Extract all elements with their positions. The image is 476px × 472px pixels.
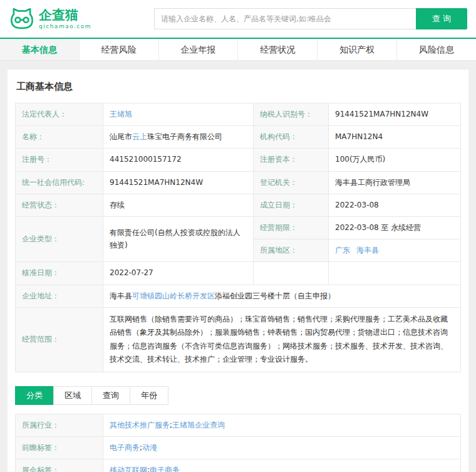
table-row: 企业地址： 海丰县可塘镇园山岭长桥开发区添福创业园三号楼十层（自主申报）	[16, 285, 461, 307]
table-row: 经营状态： 存续 成立日期： 2022-03-08	[16, 194, 461, 216]
table-row: 统一社会信用代码: 91441521MA7HN12N4W 登记机关： 海丰县工商…	[16, 171, 461, 194]
foresight-tags-cell: 电子商务;动漫	[103, 437, 461, 459]
expo-link-2[interactable]: 电子商务	[150, 466, 180, 472]
table-row: 企业类型： 有限责任公司(自然人投资或控股的法人独资) 经营期限： 2022-0…	[16, 216, 461, 239]
reg-capital-label: 注册资本：	[254, 149, 329, 171]
approval-date-value: 2022-07-27	[103, 262, 254, 285]
filter-tab-year[interactable]: 年份	[130, 386, 168, 405]
org-code-value: MA7HN12N4	[329, 126, 461, 149]
filter-tab-region[interactable]: 区域	[53, 386, 92, 405]
legal-rep-link[interactable]: 王绪旭	[110, 110, 132, 118]
company-name-prefix: 汕尾市	[110, 132, 132, 141]
address-link[interactable]: 可塘镇园山岭长桥开发区	[132, 291, 215, 300]
foresight-link-2[interactable]: 动漫	[142, 443, 157, 452]
table-row: 名称： 汕尾市云上珠宝电子商务有限公司 机构代码： MA7HN12N4	[16, 126, 461, 149]
reg-no-label: 注册号：	[16, 149, 103, 171]
empty-cell	[329, 262, 461, 285]
table-row: 注册号： 441521000157172 注册资本： 100(万人民币)	[16, 149, 461, 171]
term-label: 经营期限：	[254, 216, 329, 239]
company-name-suffix: 珠宝电子商务有限公司	[147, 132, 222, 141]
industry-link-1[interactable]: 其他技术推广服务	[110, 421, 170, 429]
logo-title: 企查猫	[39, 8, 91, 23]
tax-id-value: 91441521MA7HN12N4W	[329, 103, 461, 126]
logo-domain: qichamao.com	[39, 23, 91, 29]
industry-link-2[interactable]: 王绪旭企业查询	[172, 421, 225, 429]
status-label: 经营状态：	[16, 194, 103, 216]
address-label: 企业地址：	[16, 285, 103, 307]
scope-label: 经营范围：	[16, 307, 103, 372]
tags-table: 所属行业： 其他技术推广服务;王绪旭企业查询 前瞻标签： 电子商务;动漫 展会标…	[15, 414, 461, 472]
empty-cell	[254, 262, 329, 285]
logo-text: 企查猫 qichamao.com	[39, 8, 91, 29]
filter-tabs: 分类 区域 查询 年份	[15, 386, 461, 405]
status-value: 存续	[103, 194, 254, 216]
nav-tabs: 基本信息 经营风险 企业年报 经营状况 知识产权 风险信息	[0, 38, 476, 61]
page: 企查猫 qichamao.com 查询 基本信息 经营风险 企业年报 经营状况 …	[0, 0, 476, 472]
scope-value: 互联网销售（除销售需要许可的商品）；珠宝首饰销售；销售代理；采购代理服务；工艺美…	[103, 307, 461, 372]
table-row: 展会标签： 移动互联网;电子商务	[16, 459, 461, 472]
region-label: 所属地区：	[254, 239, 329, 262]
reg-capital-value: 100(万人民币)	[329, 149, 461, 171]
company-name-cell: 汕尾市云上珠宝电子商务有限公司	[103, 126, 254, 149]
content: 工商基本信息 法定代表人： 王绪旭 纳税人识别号： 91441521MA7HN1…	[0, 61, 476, 472]
section-title: 工商基本信息	[16, 81, 461, 93]
table-row: 前瞻标签： 电子商务;动漫	[16, 437, 461, 459]
foresight-tags-label: 前瞻标签：	[16, 437, 103, 459]
table-row: 法定代表人： 王绪旭 纳税人识别号： 91441521MA7HN12N4W	[16, 103, 461, 126]
tab-operating-status[interactable]: 经营状况	[238, 39, 318, 60]
tab-basic-info[interactable]: 基本信息	[0, 39, 80, 60]
table-row: 所属行业： 其他技术推广服务;王绪旭企业查询	[16, 414, 461, 437]
org-code-label: 机构代码：	[254, 126, 329, 149]
filter-tab-query[interactable]: 查询	[91, 386, 130, 405]
table-row: 经营范围： 互联网销售（除销售需要许可的商品）；珠宝首饰销售；销售代理；采购代理…	[16, 307, 461, 372]
foresight-link-1[interactable]: 电子商务	[110, 443, 140, 452]
approval-date-label: 核准日期：	[16, 262, 103, 285]
tab-risk-info[interactable]: 风险信息	[397, 39, 476, 60]
reg-authority-label: 登记机关：	[254, 171, 329, 194]
cat-logo-icon	[9, 6, 35, 32]
credit-code-value: 91441521MA7HN12N4W	[103, 171, 254, 194]
establish-date-value: 2022-03-08	[329, 194, 461, 216]
company-name-link[interactable]: 云上	[132, 132, 147, 141]
company-name-label: 名称：	[16, 126, 103, 149]
region-cell: 广东海丰县	[329, 239, 461, 262]
business-info-card: 工商基本信息 法定代表人： 王绪旭 纳税人识别号： 91441521MA7HN1…	[8, 70, 468, 472]
search-bar: 查询	[154, 8, 467, 29]
header: 企查猫 qichamao.com 查询	[0, 0, 476, 38]
reg-no-value: 441521000157172	[103, 149, 254, 171]
tab-annual-report[interactable]: 企业年报	[159, 39, 239, 60]
company-type-label: 企业类型：	[16, 216, 103, 261]
expo-tags-label: 展会标签：	[16, 459, 103, 472]
search-input[interactable]	[154, 8, 416, 29]
term-value: 2022-03-08 至 永续经营	[329, 216, 461, 239]
expo-tags-cell: 移动互联网;电子商务	[103, 459, 461, 472]
legal-rep-label: 法定代表人：	[16, 103, 103, 126]
address-prefix: 海丰县	[110, 291, 132, 300]
business-info-table: 法定代表人： 王绪旭 纳税人识别号： 91441521MA7HN12N4W 名称…	[15, 103, 461, 372]
logo[interactable]: 企查猫 qichamao.com	[9, 6, 154, 32]
search-button[interactable]: 查询	[416, 8, 467, 29]
industry-cell: 其他技术推广服务;王绪旭企业查询	[103, 414, 461, 437]
address-suffix: 添福创业园三号楼十层（自主申报）	[215, 291, 335, 300]
table-row: 核准日期： 2022-07-27	[16, 262, 461, 285]
address-cell: 海丰县可塘镇园山岭长桥开发区添福创业园三号楼十层（自主申报）	[103, 285, 461, 307]
establish-date-label: 成立日期：	[254, 194, 329, 216]
reg-authority-value: 海丰县工商行政管理局	[329, 171, 461, 194]
legal-rep-cell: 王绪旭	[103, 103, 254, 126]
company-type-value: 有限责任公司(自然人投资或控股的法人独资)	[103, 216, 254, 261]
credit-code-label: 统一社会信用代码:	[16, 171, 103, 194]
tax-id-label: 纳税人识别号：	[254, 103, 329, 126]
region-province-link[interactable]: 广东	[335, 246, 350, 254]
tab-intellectual-property[interactable]: 知识产权	[318, 39, 397, 60]
industry-label: 所属行业：	[16, 414, 103, 437]
expo-link-1[interactable]: 移动互联网	[110, 466, 147, 472]
filter-tab-category[interactable]: 分类	[15, 386, 54, 405]
region-city-link[interactable]: 海丰县	[356, 246, 379, 254]
tab-business-risk[interactable]: 经营风险	[80, 39, 159, 60]
